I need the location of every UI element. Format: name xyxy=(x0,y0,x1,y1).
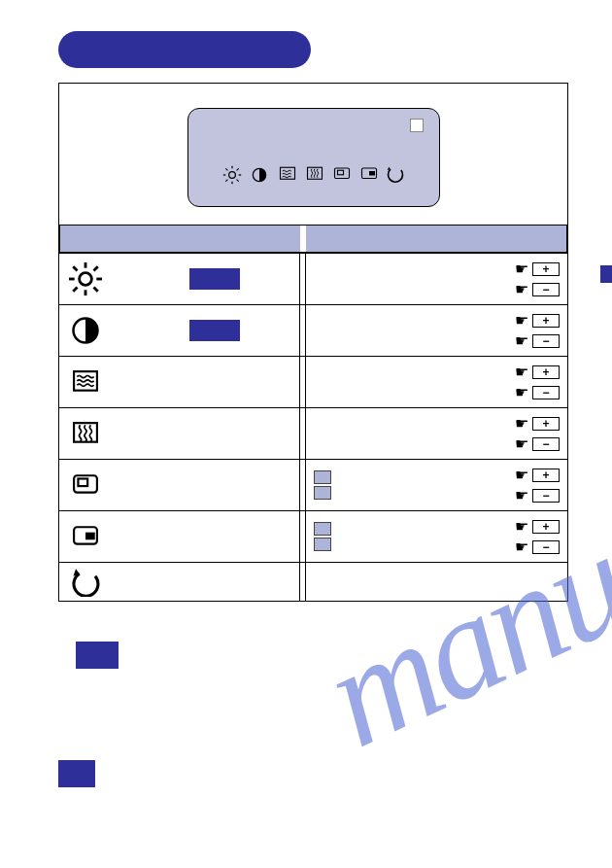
hand-icon: ☛ xyxy=(515,466,528,484)
recall-icon xyxy=(386,165,405,185)
v-ripple-icon xyxy=(304,165,323,185)
hand-icon: ☛ xyxy=(515,434,528,453)
size-preview xyxy=(314,470,331,500)
h-ripple-icon xyxy=(69,365,102,399)
svg-line-7 xyxy=(225,180,227,182)
row-icon-cell xyxy=(59,357,300,407)
minus-button[interactable]: − xyxy=(532,437,560,451)
section-title-pill xyxy=(58,31,311,68)
svg-line-6 xyxy=(236,180,238,182)
plus-minus-group: ☛+ ☛− xyxy=(515,311,560,350)
row-icon-cell xyxy=(59,563,300,601)
row-control-cell: ☛+ ☛− xyxy=(306,511,567,562)
svg-rect-29 xyxy=(78,479,87,487)
svg-point-16 xyxy=(80,273,92,286)
row-icon-cell xyxy=(59,460,300,510)
table-row: ☛+ ☛− xyxy=(59,304,567,356)
table-row xyxy=(59,562,567,601)
svg-rect-15 xyxy=(369,171,375,176)
osd-indicator xyxy=(410,119,424,132)
svg-line-21 xyxy=(73,266,77,270)
hand-icon: ☛ xyxy=(515,486,528,504)
brightness-icon xyxy=(222,165,242,185)
svg-rect-31 xyxy=(85,533,95,540)
table-row: ☛+ ☛− xyxy=(59,459,567,510)
recall-icon xyxy=(69,566,102,599)
size-icon xyxy=(331,165,351,185)
minus-button[interactable]: − xyxy=(532,489,560,503)
plus-button[interactable]: + xyxy=(532,262,560,276)
row-control-cell: ☛+ ☛− xyxy=(306,408,567,459)
plus-button[interactable]: + xyxy=(532,314,560,328)
svg-point-0 xyxy=(228,172,235,179)
row-control-cell: ☛+ ☛− xyxy=(306,460,567,510)
svg-line-5 xyxy=(225,168,227,170)
osd-panel xyxy=(187,108,440,207)
minus-button[interactable]: − xyxy=(532,334,560,348)
plus-button[interactable]: + xyxy=(532,365,560,379)
plus-minus-group: ☛+ ☛− xyxy=(515,466,560,504)
contrast-icon xyxy=(69,314,102,347)
osd-icon-row xyxy=(188,165,439,185)
header-left xyxy=(59,226,300,253)
hand-icon: ☛ xyxy=(515,363,528,381)
hand-icon: ☛ xyxy=(515,331,528,350)
minus-button[interactable]: − xyxy=(532,540,560,554)
text-block xyxy=(58,760,95,787)
hand-icon: ☛ xyxy=(515,280,528,298)
settings-table: ☛+ ☛− ☛+ ☛− ☛+ xyxy=(58,83,568,602)
plus-button[interactable]: + xyxy=(532,469,560,482)
plus-button[interactable]: + xyxy=(532,520,560,534)
hand-icon: ☛ xyxy=(515,517,528,536)
hand-icon: ☛ xyxy=(515,311,528,330)
minus-button[interactable]: − xyxy=(532,283,560,296)
svg-rect-13 xyxy=(337,170,343,175)
text-block xyxy=(76,642,119,669)
size-icon xyxy=(69,469,102,502)
table-row: ☛+ ☛− xyxy=(59,356,567,407)
hand-icon: ☛ xyxy=(515,414,528,433)
page-edge-tab xyxy=(600,265,612,283)
svg-line-24 xyxy=(94,266,98,270)
plus-minus-group: ☛+ ☛− xyxy=(515,414,560,453)
row-icon-cell xyxy=(59,511,300,562)
svg-line-22 xyxy=(94,288,98,292)
preview-rect xyxy=(314,522,331,536)
brightness-icon xyxy=(69,262,102,295)
row-control-cell: ☛+ ☛− xyxy=(306,357,567,407)
row-icon-cell xyxy=(59,408,300,459)
position-icon xyxy=(358,165,378,185)
hand-icon: ☛ xyxy=(515,260,528,278)
plus-minus-group: ☛+ ☛− xyxy=(515,517,560,556)
value-block xyxy=(189,320,240,341)
table-row: ☛+ ☛− xyxy=(59,253,567,304)
plus-minus-group: ☛+ ☛− xyxy=(515,260,560,298)
svg-line-8 xyxy=(236,168,238,170)
svg-rect-12 xyxy=(334,168,349,179)
preview-rect xyxy=(314,486,331,500)
hand-icon: ☛ xyxy=(515,383,528,401)
contrast-icon xyxy=(250,165,269,185)
svg-line-23 xyxy=(73,288,77,292)
row-icon-cell xyxy=(59,305,300,356)
row-icon-cell xyxy=(59,254,300,304)
row-control-cell xyxy=(306,563,567,601)
preview-rect xyxy=(314,470,331,484)
hand-icon: ☛ xyxy=(515,538,528,556)
h-ripple-icon xyxy=(277,165,296,185)
v-ripple-icon xyxy=(69,417,102,450)
header-right xyxy=(306,226,567,253)
minus-button[interactable]: − xyxy=(532,386,560,399)
row-control-cell: ☛+ ☛− xyxy=(306,254,567,304)
table-row: ☛+ ☛− xyxy=(59,407,567,459)
position-icon xyxy=(69,520,102,553)
plus-minus-group: ☛+ ☛− xyxy=(515,363,560,401)
position-preview xyxy=(314,522,331,551)
table-row: ☛+ ☛− xyxy=(59,510,567,562)
table-header xyxy=(59,225,567,253)
plus-button[interactable]: + xyxy=(532,417,560,431)
value-block xyxy=(189,268,240,290)
row-control-cell: ☛+ ☛− xyxy=(306,305,567,356)
preview-rect xyxy=(314,538,331,551)
